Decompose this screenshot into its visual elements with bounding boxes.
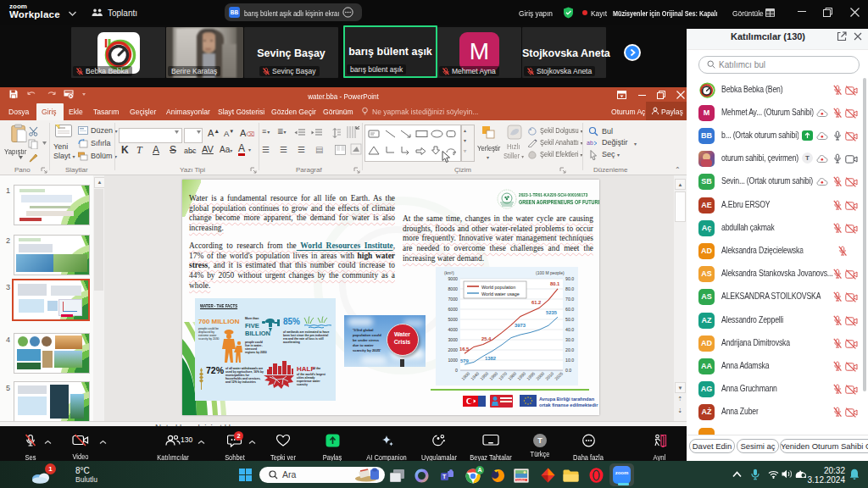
svg-text:50.0: 50.0	[565, 317, 574, 322]
svg-text:10.0: 10.0	[565, 358, 574, 363]
svg-text:70.0: 70.0	[565, 297, 574, 302]
svg-text:8000: 8000	[448, 286, 458, 291]
svg-text:T: T	[442, 474, 447, 480]
svg-text:60.0: 60.0	[565, 307, 574, 312]
svg-text:6000: 6000	[448, 307, 458, 312]
svg-text:90.0: 90.0	[565, 276, 574, 281]
svg-text:5000: 5000	[448, 317, 458, 322]
svg-text:3973: 3973	[515, 323, 526, 328]
svg-text:0.0: 0.0	[565, 368, 571, 373]
svg-text:World population: World population	[481, 285, 515, 290]
svg-text:ab: ab	[587, 140, 593, 146]
svg-text:25.4: 25.4	[481, 336, 492, 341]
svg-text:61.2: 61.2	[531, 300, 541, 305]
svg-text:1382: 1382	[485, 356, 496, 361]
svg-text:40.0: 40.0	[565, 327, 574, 332]
svg-text:16.5: 16.5	[459, 347, 470, 352]
svg-text:20.0: 20.0	[565, 347, 574, 352]
svg-text:1000: 1000	[448, 358, 458, 363]
svg-text:(100 M people): (100 M people)	[536, 270, 565, 275]
svg-text:4000: 4000	[448, 327, 458, 332]
svg-text:579: 579	[460, 358, 469, 363]
svg-text:3000: 3000	[448, 337, 458, 342]
svg-text:5235: 5235	[546, 310, 558, 315]
svg-text:(km³): (km³)	[444, 270, 454, 275]
svg-text:9000: 9000	[448, 276, 458, 281]
svg-text:80.0: 80.0	[565, 286, 574, 291]
svg-text:7000: 7000	[448, 297, 458, 302]
svg-text:80.1: 80.1	[550, 281, 560, 286]
svg-text:30.0: 30.0	[565, 337, 574, 342]
svg-text:0: 0	[455, 368, 458, 373]
svg-text:2000: 2000	[448, 347, 458, 352]
svg-text:İstanbul: İstanbul	[516, 478, 526, 482]
svg-text:World water usage: World water usage	[481, 291, 520, 297]
